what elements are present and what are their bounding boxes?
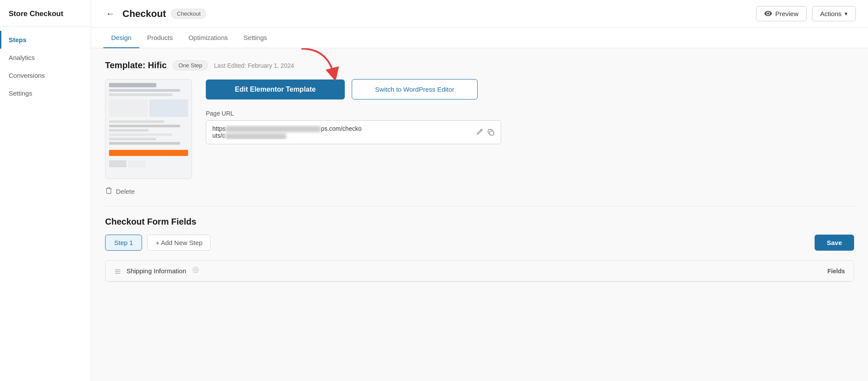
fields-column-header: Fields xyxy=(767,268,845,275)
sidebar-title: Store Checkout xyxy=(0,0,91,27)
tab-optimizations[interactable]: Optimizations xyxy=(181,28,236,48)
tab-design[interactable]: Design xyxy=(103,28,139,48)
switch-wordpress-button[interactable]: Switch to WordPress Editor xyxy=(352,79,478,99)
template-actions-column: Edit Elementor Template Switch to WordPr… xyxy=(206,79,854,144)
page-url-box: httpsps.com/checko uts/c xyxy=(206,120,501,144)
sidebar-item-settings[interactable]: Settings xyxy=(0,84,91,102)
template-last-edited: Last Edited: February 1, 2024 xyxy=(214,62,294,69)
sidebar-nav: Steps Analytics Conversions Settings xyxy=(0,27,91,106)
page-url-label: Page URL xyxy=(206,110,854,117)
actions-button[interactable]: Actions ▾ xyxy=(812,6,856,21)
page-url-text: httpsps.com/checko uts/c xyxy=(212,125,471,139)
tab-settings[interactable]: Settings xyxy=(236,28,275,48)
sidebar-item-steps[interactable]: Steps xyxy=(0,31,91,49)
delete-label: Delete xyxy=(116,188,135,195)
edit-buttons-row: Edit Elementor Template Switch to WordPr… xyxy=(206,79,854,99)
fields-container: Shipping Information Fields xyxy=(105,260,854,282)
template-body: Edit Elementor Template Switch to WordPr… xyxy=(105,79,854,179)
section-divider xyxy=(105,206,854,206)
sidebar-item-analytics[interactable]: Analytics xyxy=(0,49,91,66)
add-step-button[interactable]: + Add New Step xyxy=(147,235,211,251)
save-button[interactable]: Save xyxy=(815,235,854,251)
copy-url-button[interactable] xyxy=(487,129,495,136)
trash-icon xyxy=(105,187,112,195)
step1-button[interactable]: Step 1 xyxy=(105,235,142,251)
url-blurred-section xyxy=(225,126,321,132)
checkout-fields-title: Checkout Form Fields xyxy=(105,217,854,227)
sidebar-item-conversions[interactable]: Conversions xyxy=(0,66,91,84)
fields-header-row: Shipping Information Fields xyxy=(106,261,854,282)
tab-products[interactable]: Products xyxy=(139,28,181,48)
tabs-bar: Design Products Optimizations Settings xyxy=(91,28,868,48)
edit-url-button[interactable] xyxy=(475,129,483,136)
sidebar: Store Checkout Steps Analytics Conversio… xyxy=(0,0,91,381)
svg-rect-1 xyxy=(490,131,494,135)
delete-row[interactable]: Delete xyxy=(105,187,854,195)
template-header: Template: Hific One Step Last Edited: Fe… xyxy=(105,60,854,70)
preview-button[interactable]: Preview xyxy=(756,6,806,21)
back-button[interactable]: ← xyxy=(103,8,117,20)
content-area: Template: Hific One Step Last Edited: Fe… xyxy=(91,48,868,381)
url-blurred-section2 xyxy=(225,133,286,139)
eye-icon xyxy=(764,10,772,17)
settings-icon[interactable] xyxy=(192,267,199,275)
drag-icon: Shipping Information xyxy=(114,267,767,275)
topbar: ← Checkout Checkout Preview Actions ▾ xyxy=(91,0,868,28)
topbar-badge: Checkout xyxy=(171,9,206,19)
steps-row: Step 1 + Add New Step Save xyxy=(105,235,854,251)
page-title: Checkout xyxy=(122,8,166,20)
edit-elementor-button[interactable]: Edit Elementor Template xyxy=(206,80,345,99)
template-badge: One Step xyxy=(173,60,208,70)
svg-point-5 xyxy=(195,269,197,271)
template-title: Template: Hific xyxy=(105,60,167,70)
main-content: ← Checkout Checkout Preview Actions ▾ De… xyxy=(91,0,868,381)
template-thumbnail xyxy=(105,79,192,179)
chevron-down-icon: ▾ xyxy=(845,10,848,17)
